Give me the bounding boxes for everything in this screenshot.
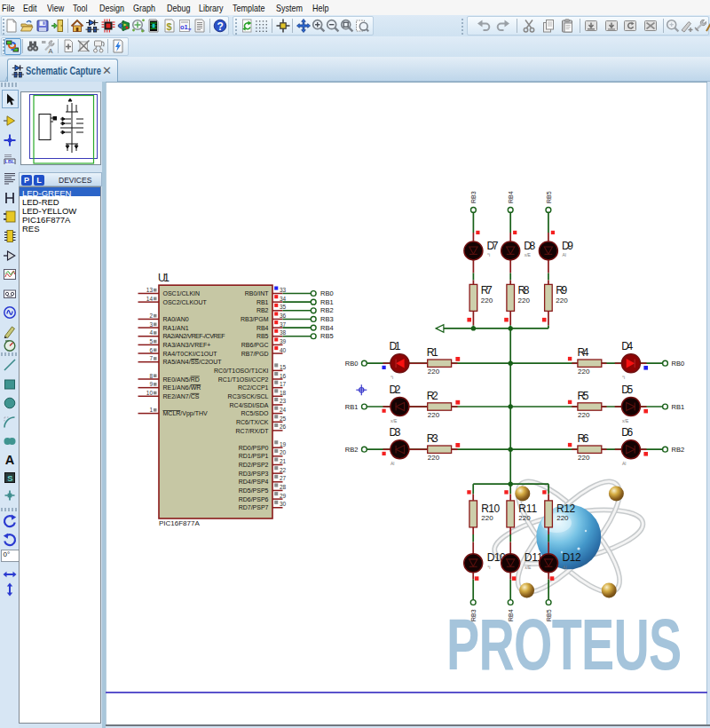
svg-text:1: 1	[149, 407, 153, 413]
svg-text:RB0: RB0	[345, 360, 359, 368]
svg-text:U1: U1	[158, 272, 170, 284]
svg-text:220: 220	[578, 411, 590, 419]
svg-text:220: 220	[428, 411, 440, 419]
svg-text:OSC2/CLKOUT: OSC2/CLKOUT	[163, 299, 208, 305]
svg-text:?: ?	[217, 20, 224, 33]
svg-text:D4: D4	[621, 340, 633, 352]
svg-text:A: A	[49, 47, 53, 54]
svg-text:4: 4	[149, 329, 153, 336]
svg-text:Al: Al	[562, 252, 565, 257]
svg-text:LBL: LBL	[4, 159, 14, 164]
svg-text:RB0: RB0	[672, 360, 685, 368]
svg-text:7: 7	[149, 355, 153, 361]
svg-text:R12: R12	[556, 502, 575, 515]
svg-text:RD0/PSP0: RD0/PSP0	[239, 445, 269, 451]
svg-text:o1„„: o1„„	[180, 23, 192, 31]
svg-text:RB2: RB2	[320, 306, 334, 314]
svg-text:RB5: RB5	[546, 609, 552, 621]
svg-text:9: 9	[149, 381, 153, 387]
svg-text:RB0/INT: RB0/INT	[245, 290, 270, 297]
svg-text:39: 39	[280, 338, 287, 344]
svg-text:RB7/PGD: RB7/PGD	[241, 351, 269, 357]
svg-text:220: 220	[578, 454, 590, 462]
svg-text:24: 24	[280, 407, 287, 413]
svg-text:RB4: RB4	[508, 609, 514, 621]
svg-text:D2: D2	[390, 384, 401, 396]
svg-text:RD6/PSP6: RD6/PSP6	[239, 496, 269, 502]
svg-text:RB3: RB3	[470, 609, 477, 621]
svg-text:RB1: RB1	[320, 298, 334, 306]
svg-text:23: 23	[280, 398, 287, 404]
svg-text:RD4/PSP4: RD4/PSP4	[239, 479, 269, 485]
svg-text:RE1/AN6/WR: RE1/AN6/WR	[163, 384, 201, 391]
svg-text:220: 220	[518, 297, 531, 305]
svg-text:3: 3	[149, 321, 153, 328]
svg-text:RB4: RB4	[320, 324, 334, 332]
svg-text:220: 220	[428, 368, 440, 376]
svg-text:RA3/AN3/VREF+: RA3/AN3/VREF+	[163, 342, 211, 348]
svg-text:8: 8	[149, 373, 153, 379]
svg-text:R3: R3	[427, 432, 438, 445]
svg-text:R4: R4	[577, 346, 588, 359]
svg-text:220: 220	[578, 368, 590, 376]
svg-text:RC4/SDI/SDA: RC4/SDI/SDA	[230, 402, 269, 408]
svg-text:Al: Al	[390, 461, 394, 466]
svg-text:RB0: RB0	[320, 289, 334, 297]
svg-text:D1: D1	[390, 340, 401, 352]
svg-text:RE0/AN5/RD: RE0/AN5/RD	[163, 376, 200, 383]
svg-text:220: 220	[556, 514, 569, 522]
svg-text:R9: R9	[556, 284, 567, 297]
svg-text:°i: °i	[487, 565, 490, 570]
svg-text:RB3: RB3	[320, 315, 334, 323]
svg-text:13: 13	[146, 287, 154, 293]
svg-text:RB2: RB2	[256, 307, 269, 313]
svg-text:x/E: x/E	[525, 565, 532, 570]
svg-text:RB2: RB2	[345, 446, 359, 454]
svg-text:R6: R6	[577, 432, 588, 445]
svg-text:28: 28	[280, 484, 287, 490]
svg-text:R7: R7	[481, 284, 493, 297]
svg-text:29: 29	[280, 493, 287, 499]
svg-text:16: 16	[280, 373, 287, 379]
svg-text:37: 37	[280, 321, 287, 328]
svg-text:RA0/AN0: RA0/AN0	[163, 316, 189, 322]
svg-text:220: 220	[428, 454, 440, 462]
svg-text:D7: D7	[486, 240, 498, 252]
svg-text:RA2/AN2/VREF-/CVREF: RA2/AN2/VREF-/CVREF	[163, 333, 225, 339]
svg-text:36: 36	[280, 313, 287, 319]
svg-text:°i: °i	[390, 375, 393, 380]
svg-text:34: 34	[280, 296, 287, 302]
svg-text:MCLR/Vpp/THV: MCLR/Vpp/THV	[163, 410, 209, 417]
svg-text:PIC16F877A: PIC16F877A	[159, 519, 200, 527]
svg-text:17: 17	[280, 381, 287, 387]
svg-text:RC0/T1OSO/T1CKI: RC0/T1OSO/T1CKI	[214, 368, 269, 374]
svg-text:2: 2	[149, 313, 153, 319]
svg-text:R2: R2	[427, 390, 438, 402]
svg-text:S: S	[7, 473, 12, 483]
svg-text:RA4/T0CKI/C1OUT: RA4/T0CKI/C1OUT	[163, 351, 218, 357]
svg-text:30: 30	[280, 501, 287, 507]
svg-text:D5: D5	[621, 384, 633, 396]
svg-text:RD1/PSP1: RD1/PSP1	[239, 453, 269, 459]
svg-text:220: 220	[556, 297, 568, 305]
svg-text:RC3/SCK/SCL: RC3/SCK/SCL	[228, 393, 269, 400]
svg-text:RB5: RB5	[546, 191, 552, 203]
svg-text:R5: R5	[577, 390, 588, 402]
svg-text:21: 21	[280, 458, 287, 464]
svg-text:RB6/PGC: RB6/PGC	[241, 342, 269, 348]
svg-text:RA5/AN4/SS/C2OUT: RA5/AN4/SS/C2OUT	[163, 359, 223, 365]
svg-text:RC7/RX/DT: RC7/RX/DT	[236, 428, 270, 434]
svg-text:20: 20	[280, 449, 287, 455]
svg-text:RA1/AN1: RA1/AN1	[163, 325, 189, 331]
svg-text:RB4: RB4	[508, 191, 514, 203]
svg-text:220: 220	[518, 514, 531, 522]
svg-text:6: 6	[149, 347, 153, 353]
svg-text:R8: R8	[518, 284, 530, 297]
svg-text:19: 19	[280, 441, 287, 447]
svg-text:°i: °i	[622, 375, 625, 380]
svg-text:°i: °i	[487, 252, 490, 257]
svg-text:RE2/AN7/CS: RE2/AN7/CS	[163, 393, 200, 400]
svg-text:RB5: RB5	[320, 332, 334, 340]
svg-text:RD7/PSP7: RD7/PSP7	[239, 504, 269, 510]
svg-text:RB4: RB4	[256, 325, 269, 331]
